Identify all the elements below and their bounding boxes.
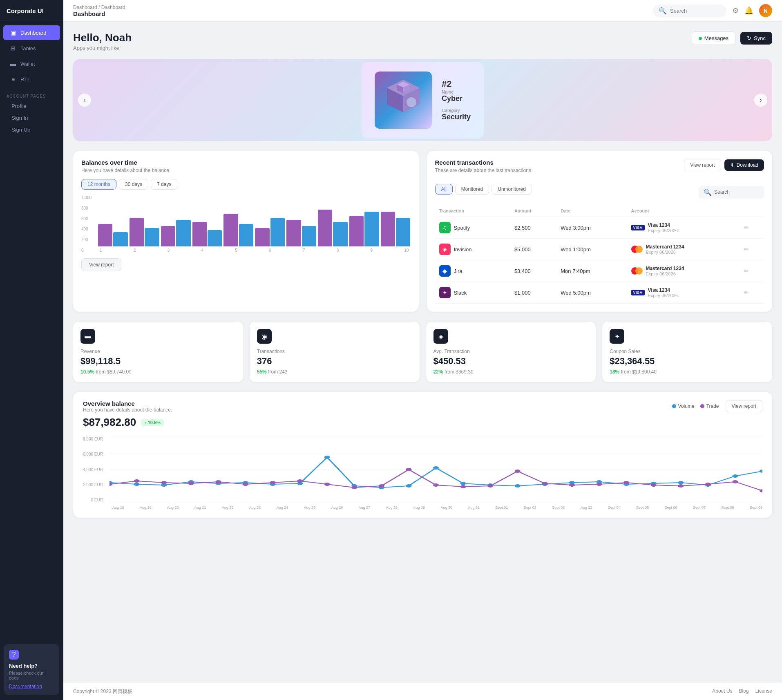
sidebar-item-dashboard[interactable]: ▣ Dashboard xyxy=(3,25,60,40)
sync-button[interactable]: ↻ Sync xyxy=(740,32,772,45)
sidebar-item-tables[interactable]: ⊞ Tables xyxy=(3,41,60,56)
metric-cards: ▬ Revenue $99,118.5 10.5% from $89,740.0… xyxy=(73,322,772,382)
bar-blue xyxy=(239,224,253,246)
overview-title-area: Overview balance Here you have details a… xyxy=(83,400,172,413)
tab-7days[interactable]: 7 days xyxy=(151,179,177,190)
messages-button[interactable]: Messages xyxy=(692,31,735,45)
footer-license-link[interactable]: License xyxy=(755,688,772,695)
x-label: Sept 03 xyxy=(552,505,565,510)
visa-badge: VISA xyxy=(631,290,645,295)
tx-search-box[interactable]: 🔍 xyxy=(699,186,764,199)
avatar[interactable]: N xyxy=(759,4,772,17)
overview-view-report-button[interactable]: View report xyxy=(726,400,762,412)
documentation-link[interactable]: Documentation xyxy=(9,684,54,689)
table-row: ✦Slack$1,000Wed 5:00pmVISAVisa 1234Expir… xyxy=(435,282,764,304)
edit-icon[interactable]: ✏ xyxy=(744,268,749,274)
svg-point-6 xyxy=(407,97,416,107)
trade-dot xyxy=(460,485,466,488)
tx-cell-edit: ✏ xyxy=(740,260,764,282)
tx-header: Recent transactions These are details ab… xyxy=(435,159,764,179)
bar-purple xyxy=(192,222,207,246)
transactions-body: ♫Spotify$2,500Wed 3:00pmVISAVisa 1234Exp… xyxy=(435,217,764,304)
download-button[interactable]: ⬇ Download xyxy=(724,159,764,171)
bar-group xyxy=(255,218,285,246)
x-axis-labels: 12345678910 xyxy=(98,246,410,253)
tx-view-report-button[interactable]: View report xyxy=(684,159,721,171)
metric-label: Revenue xyxy=(80,349,236,354)
bar-group xyxy=(349,212,379,246)
topbar: Dashboard / Dashboard Dashboard 🔍 ⚙ 🔔 N xyxy=(63,0,782,22)
tab-unmonitored[interactable]: Unmonitored xyxy=(492,184,532,195)
tab-30days[interactable]: 30 days xyxy=(119,179,148,190)
metric-card-transactions: ◉ Transactions 376 55% from 243 xyxy=(250,322,420,382)
carousel-next-button[interactable]: › xyxy=(754,94,767,107)
volume-dot xyxy=(460,482,466,485)
x-axis-labels: Aug 18Aug 19Aug 20Aug 21Aug 22Aug 23Aug … xyxy=(83,505,762,510)
x-label: Aug 28 xyxy=(386,505,398,510)
footer-blog-link[interactable]: Blog xyxy=(739,688,749,695)
metric-label: Avg. Transaction xyxy=(433,349,589,354)
x-label: Sept 08 xyxy=(721,505,734,510)
bar-group xyxy=(223,214,253,246)
bar-blue xyxy=(270,218,285,246)
x-label: Aug 31 xyxy=(468,505,480,510)
metric-change: 55% from 243 xyxy=(257,369,412,375)
trade-line xyxy=(109,470,762,491)
search-box[interactable]: 🔍 xyxy=(653,4,726,17)
tx-cell-app: ♫Spotify xyxy=(435,217,510,239)
bar-purple xyxy=(161,226,175,246)
x-label: Aug 20 xyxy=(167,505,179,510)
bell-icon[interactable]: 🔔 xyxy=(744,6,753,15)
col-account: Account xyxy=(627,205,740,217)
bar-group xyxy=(381,212,411,246)
x-label: Sept 04 xyxy=(608,505,621,510)
balances-subtitle: Here you have details about the balance. xyxy=(81,168,411,173)
bar-group xyxy=(161,220,191,246)
sidebar-item-profile[interactable]: Profile xyxy=(0,100,63,112)
carousel-prev-button[interactable]: ‹ xyxy=(78,94,91,107)
sidebar-item-sign-in[interactable]: Sign In xyxy=(0,112,63,124)
main-content: Dashboard / Dashboard Dashboard 🔍 ⚙ 🔔 N … xyxy=(63,0,782,700)
overview-change-badge: ↑ 10.5% xyxy=(141,419,164,426)
carousel-inner: #2 Name Cyber Category Security xyxy=(73,59,772,141)
settings-icon[interactable]: ⚙ xyxy=(732,6,739,15)
trade-dot xyxy=(596,483,602,486)
edit-icon[interactable]: ✏ xyxy=(744,246,749,253)
view-report-button[interactable]: View report xyxy=(81,258,121,271)
tab-12months[interactable]: 12 months xyxy=(81,179,116,190)
overview-value: $87,982.80 xyxy=(83,416,136,429)
metric-from: from $369.30 xyxy=(445,369,474,375)
trade-dot xyxy=(651,483,657,487)
sidebar-item-rtl[interactable]: ≡ RTL xyxy=(3,72,60,87)
carousel-info: #2 Name Cyber Category Security xyxy=(442,79,471,121)
tx-cell-date: Wed 1:00pm xyxy=(556,239,627,260)
tx-cell-account: Mastercard 1234Expiry 06/2026 xyxy=(627,239,740,260)
metric-change-pct: 55% xyxy=(257,369,267,375)
edit-icon[interactable]: ✏ xyxy=(744,224,749,231)
balances-chart: 1,000 800 600 400 200 0 12345678910 xyxy=(81,195,411,253)
sidebar-item-sign-up[interactable]: Sign Up xyxy=(0,124,63,136)
volume-dot xyxy=(134,483,139,486)
topbar-actions: 🔍 ⚙ 🔔 N xyxy=(653,4,772,17)
bar-purple xyxy=(98,224,112,246)
tab-all[interactable]: All xyxy=(435,184,453,195)
tx-app-name: Slack xyxy=(454,290,467,296)
search-input[interactable] xyxy=(670,8,721,14)
tab-monitored[interactable]: Monitored xyxy=(455,184,489,195)
metric-change: 10.5% from $89,740.00 xyxy=(80,369,236,375)
tx-cell-amount: $1,000 xyxy=(510,282,556,304)
edit-icon[interactable]: ✏ xyxy=(744,289,749,296)
sidebar-item-wallet[interactable]: ▬ Wallet xyxy=(3,56,60,71)
bar-purple xyxy=(286,220,301,246)
metric-card-coupon_sales: ✦ Coupon Sales $23,364.55 18% from $19,8… xyxy=(602,322,772,382)
rtl-icon: ≡ xyxy=(10,76,16,83)
tx-cell-edit: ✏ xyxy=(740,239,764,260)
volume-dot xyxy=(433,466,439,470)
help-description: Please check our docs. xyxy=(9,671,54,680)
tx-search-input[interactable] xyxy=(714,189,759,195)
chart-legend: Volume Trade xyxy=(672,403,719,409)
copyright: Copyright © 2023 网页模板 xyxy=(73,688,132,695)
metric-value: $23,364.55 xyxy=(610,356,765,367)
breadcrumb-parent: Dashboard xyxy=(73,4,97,10)
footer-about-link[interactable]: About Us xyxy=(712,688,732,695)
